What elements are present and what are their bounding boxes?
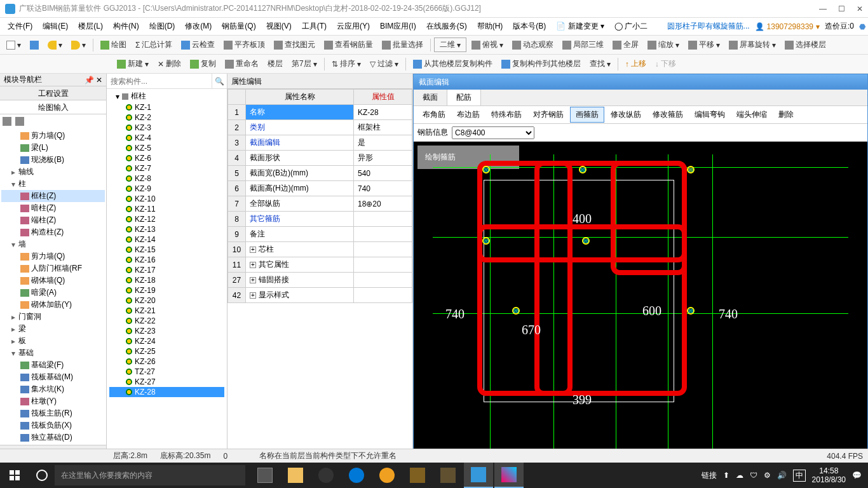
- maximize-button[interactable]: ☐: [838, 4, 845, 13]
- comp-item[interactable]: KZ-4: [109, 133, 224, 143]
- comp-item[interactable]: KZ-26: [109, 356, 224, 367]
- tray-icon[interactable]: ☁: [736, 471, 743, 480]
- tree-collapse-icon[interactable]: [15, 117, 24, 126]
- tray-icon[interactable]: 🛡: [750, 471, 757, 480]
- comp-item[interactable]: KZ-27: [109, 377, 224, 387]
- comp-item[interactable]: KZ-24: [109, 336, 224, 346]
- app-browser[interactable]: [372, 463, 402, 488]
- comp-item[interactable]: KZ-11: [109, 204, 224, 214]
- tray-link[interactable]: 链接: [702, 470, 717, 481]
- rotate-button[interactable]: 屏幕旋转 ▾: [725, 37, 780, 52]
- comp-delete-button[interactable]: ✕ 删除: [154, 57, 185, 71]
- tree-expand-icon[interactable]: [3, 117, 11, 126]
- nav-tree-node[interactable]: 框柱(Z): [1, 190, 105, 202]
- nav-tree-node[interactable]: 筏板负筋(X): [1, 419, 105, 431]
- comp-item[interactable]: KZ-3: [109, 123, 224, 133]
- save-button[interactable]: [26, 39, 43, 51]
- new-change-button[interactable]: 📄 新建变更 ▾: [551, 18, 609, 34]
- app-misc2[interactable]: [433, 463, 463, 488]
- comp-item[interactable]: KZ-19: [109, 285, 224, 295]
- taskbar-search[interactable]: 在这里输入你要搜索的内容: [55, 465, 245, 485]
- menu-item[interactable]: BIM应用(I): [375, 19, 421, 33]
- menu-item[interactable]: 工具(T): [297, 19, 332, 33]
- comp-item[interactable]: KZ-21: [109, 306, 224, 316]
- prop-row[interactable]: 7全部纵筋18⊕20: [228, 196, 412, 212]
- comp-item[interactable]: KZ-5: [109, 143, 224, 153]
- view-rebar-button[interactable]: 查看钢筋量: [320, 37, 377, 52]
- menu-item[interactable]: 楼层(L): [73, 19, 108, 33]
- app-folder[interactable]: [281, 463, 310, 488]
- tray-ime[interactable]: 中: [793, 470, 806, 482]
- nav-tree-node[interactable]: 筏板主筋(R): [1, 407, 105, 419]
- app-cad[interactable]: [494, 463, 524, 488]
- menu-item[interactable]: 视图(V): [261, 19, 297, 33]
- floor-select[interactable]: 第7层 ▾: [288, 57, 321, 71]
- menu-item[interactable]: 修改(M): [180, 19, 217, 33]
- tip-link[interactable]: 圆形柱子即有螺旋箍筋...: [662, 18, 755, 34]
- nav-tree-node[interactable]: ▸梁: [1, 323, 105, 335]
- nav-tree-node[interactable]: 剪力墙(Q): [1, 130, 105, 142]
- sum-button[interactable]: Σ 汇总计算: [132, 37, 176, 52]
- section-tool-button[interactable]: 修改箍筋: [648, 107, 688, 122]
- section-tool-button[interactable]: 删除: [773, 107, 799, 122]
- section-tool-button[interactable]: 修改纵筋: [606, 107, 646, 122]
- menu-item[interactable]: 编辑(E): [37, 19, 73, 33]
- copy-to-floor-button[interactable]: 复制构件到其他楼层: [498, 57, 585, 71]
- app-misc1[interactable]: [403, 463, 432, 488]
- prop-row[interactable]: 11+其它属性: [228, 257, 412, 273]
- comp-root[interactable]: ▾ 框柱: [109, 90, 224, 102]
- comp-item[interactable]: KZ-22: [109, 316, 224, 326]
- nav-tree-node[interactable]: ▸轴线: [1, 166, 105, 178]
- rebar-info-select[interactable]: C8@400: [452, 126, 534, 139]
- comp-item[interactable]: KZ-1: [109, 102, 224, 112]
- nav-tree-node[interactable]: 构造柱(Z): [1, 226, 105, 238]
- nav-tree-node[interactable]: 砌体墙(Q): [1, 274, 105, 287]
- tab-rebar[interactable]: 配筋: [447, 90, 481, 105]
- tab-engineering[interactable]: 工程设置: [0, 86, 106, 100]
- tray-icon[interactable]: ⚙: [764, 471, 771, 480]
- batch-select-button[interactable]: 批量选择: [378, 37, 427, 52]
- section-tool-button[interactable]: 对齐钢筋: [528, 107, 569, 122]
- xiaoer-button[interactable]: ◯ 广小二: [609, 18, 653, 34]
- menu-item[interactable]: 构件(N): [108, 19, 144, 33]
- zoom-button[interactable]: 缩放 ▾: [644, 37, 683, 52]
- comp-item[interactable]: KZ-14: [109, 234, 224, 245]
- nav-tree-node[interactable]: 剪力墙(Q): [1, 250, 105, 262]
- nav-tree-node[interactable]: ▾墙: [1, 238, 105, 250]
- comp-item[interactable]: KZ-16: [109, 255, 224, 265]
- clock[interactable]: 14:58 2018/8/30: [812, 466, 846, 484]
- section-tool-button[interactable]: 画箍筋: [570, 107, 604, 123]
- nav-tree-node[interactable]: 砌体加筋(Y): [1, 299, 105, 311]
- new-doc-button[interactable]: ▾: [3, 39, 25, 51]
- menu-item[interactable]: 云应用(Y): [332, 19, 375, 33]
- nav-tree-node[interactable]: ▾基础: [1, 347, 105, 359]
- comp-item[interactable]: KZ-23: [109, 326, 224, 336]
- tab-drawing[interactable]: 绘图输入: [0, 100, 106, 114]
- comp-new-button[interactable]: 新建 ▾: [113, 57, 153, 71]
- credit-icon[interactable]: ⬣: [859, 22, 865, 31]
- comp-item[interactable]: KZ-18: [109, 275, 224, 285]
- fullscreen-button[interactable]: 全屏: [609, 37, 642, 52]
- tab-section[interactable]: 截面: [414, 90, 447, 105]
- comp-item[interactable]: KZ-15: [109, 245, 224, 255]
- task-view-button[interactable]: [250, 463, 280, 488]
- close-button[interactable]: ✕: [857, 4, 863, 13]
- prop-row[interactable]: 6截面高(H边)(mm)740: [228, 181, 412, 196]
- prop-row[interactable]: 3截面编辑是: [228, 135, 412, 151]
- filter-button[interactable]: ▽ 过滤 ▾: [366, 57, 402, 71]
- account-label[interactable]: 👤 13907298339 ▾: [755, 22, 820, 31]
- comp-item[interactable]: KZ-8: [109, 173, 224, 184]
- nav-tree-node[interactable]: ▸板: [1, 335, 105, 347]
- tray-icon[interactable]: ⬆: [723, 471, 729, 480]
- comp-item[interactable]: KZ-28: [109, 387, 224, 397]
- prop-row[interactable]: 9备注: [228, 227, 412, 242]
- section-tool-button[interactable]: 特殊布筋: [486, 107, 527, 122]
- nav-tree-node[interactable]: 基础梁(F): [1, 359, 105, 371]
- find-elem-button[interactable]: 查找图元: [270, 37, 319, 52]
- app-360[interactable]: [311, 463, 341, 488]
- prop-row[interactable]: 27+锚固搭接: [228, 273, 412, 288]
- comp-item[interactable]: KZ-10: [109, 194, 224, 204]
- pin-icon[interactable]: 📌 ✕: [85, 76, 102, 85]
- search-input[interactable]: [107, 74, 212, 88]
- comp-rename-button[interactable]: 重命名: [221, 57, 262, 71]
